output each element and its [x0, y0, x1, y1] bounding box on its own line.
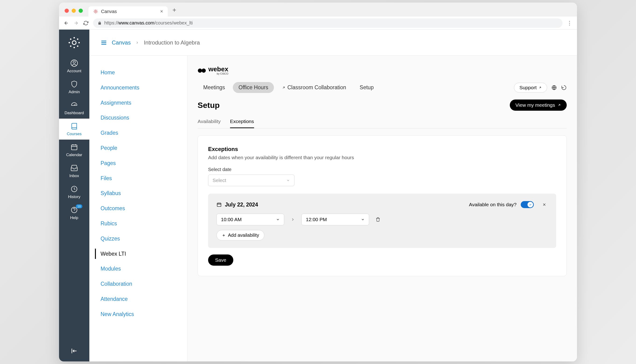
toggle-knob	[528, 202, 533, 208]
app-body: Account Admin Dashboard Courses Calendar…	[59, 30, 577, 362]
svg-point-6	[97, 12, 97, 13]
svg-point-1	[95, 9, 96, 10]
select-date-label: Select date	[208, 167, 556, 172]
cnav-pages[interactable]: Pages	[89, 156, 187, 171]
inbox-icon	[70, 164, 78, 172]
close-window-button[interactable]	[65, 8, 69, 13]
maximize-window-button[interactable]	[79, 8, 83, 13]
tab-meetings[interactable]: Meetings	[198, 82, 231, 93]
cnav-home[interactable]: Home	[89, 65, 187, 80]
gnav-admin[interactable]: Admin	[59, 77, 89, 98]
close-exception-icon[interactable]	[541, 202, 548, 207]
tab-setup[interactable]: Setup	[354, 82, 379, 93]
exception-date: July 22, 2024	[217, 202, 462, 208]
support-button[interactable]: Support	[514, 83, 547, 92]
breadcrumb: Canvas Introduction to Algebra	[89, 30, 577, 56]
webex-logo: webex by CISCO	[198, 66, 567, 75]
tab-strip: Canvas × +	[59, 2, 577, 16]
browser-chrome: Canvas × + https://www.canvas.com/course…	[59, 2, 577, 30]
svg-rect-26	[217, 203, 221, 207]
tab-close-icon[interactable]: ×	[160, 8, 163, 14]
cnav-discussions[interactable]: Discussions	[89, 110, 187, 125]
cnav-collaboration[interactable]: Collaboration	[89, 276, 187, 292]
cnav-modules[interactable]: Modules	[89, 261, 187, 276]
tab-title: Canvas	[101, 9, 157, 14]
svg-point-12	[69, 42, 70, 43]
cnav-assignments[interactable]: Assignments	[89, 95, 187, 110]
start-time-select[interactable]: 10:00 AM	[217, 214, 284, 225]
external-link-icon	[538, 86, 542, 89]
globe-icon[interactable]	[551, 85, 557, 90]
collapse-nav-button[interactable]	[71, 340, 78, 362]
arrow-right-icon	[291, 218, 295, 222]
forward-button[interactable]	[74, 20, 79, 26]
add-availability-button[interactable]: Add availability	[217, 230, 264, 240]
browser-tab[interactable]: Canvas ×	[88, 6, 168, 16]
cnav-outcomes[interactable]: Outcomes	[89, 201, 187, 216]
refresh-icon[interactable]	[561, 85, 567, 90]
gnav-inbox[interactable]: Inbox	[59, 160, 89, 182]
browser-window: Canvas × + https://www.canvas.com/course…	[59, 2, 577, 362]
cnav-people[interactable]: People	[89, 140, 187, 156]
svg-point-7	[94, 12, 95, 13]
available-toggle[interactable]	[521, 201, 534, 208]
cnav-new-analytics[interactable]: New Analytics	[89, 307, 187, 322]
plus-icon	[222, 234, 226, 237]
end-time-select[interactable]: 12:00 PM	[301, 214, 369, 225]
dashboard-icon	[70, 101, 78, 109]
cnav-attendance[interactable]: Attendance	[89, 292, 187, 307]
inner-body: Home Announcements Assignments Discussio…	[89, 56, 577, 362]
main-panel: webex by CISCO Meetings Office Hours Cla…	[187, 56, 577, 362]
subtab-availability[interactable]: Availability	[198, 116, 221, 128]
cnav-syllabus[interactable]: Syllabus	[89, 186, 187, 201]
page-title: Setup	[198, 101, 220, 110]
browser-menu-button[interactable]: ⋮	[567, 20, 572, 26]
section-header: Setup View my meetings	[198, 100, 567, 111]
canvas-favicon-icon	[93, 9, 98, 14]
reload-button[interactable]	[83, 20, 89, 26]
svg-rect-20	[71, 145, 77, 150]
hamburger-icon[interactable]	[101, 40, 107, 46]
course-nav: Home Announcements Assignments Discussio…	[89, 56, 187, 362]
gnav-account[interactable]: Account	[59, 56, 89, 77]
gnav-history[interactable]: History	[59, 182, 89, 202]
back-button[interactable]	[64, 20, 69, 26]
svg-point-0	[95, 11, 97, 12]
time-row: 10:00 AM 12:00 PM	[217, 214, 548, 225]
canvas-logo-icon[interactable]	[68, 36, 81, 49]
gnav-courses[interactable]: Courses	[59, 118, 89, 140]
cnav-webex-lti[interactable]: Webex LTI	[89, 246, 187, 262]
subtab-exceptions[interactable]: Exceptions	[230, 116, 254, 128]
chevron-down-icon	[361, 218, 365, 222]
view-meetings-button[interactable]: View my meetings	[510, 100, 567, 111]
gnav-dashboard[interactable]: Dashboard	[59, 98, 89, 118]
cnav-rubics[interactable]: Rubics	[89, 216, 187, 231]
svg-point-3	[94, 11, 94, 12]
select-date-dropdown[interactable]: Select	[208, 174, 294, 186]
svg-point-13	[78, 42, 80, 43]
chevron-down-icon	[276, 218, 280, 222]
cnav-announcements[interactable]: Announcements	[89, 80, 187, 95]
url-bar[interactable]: https://www.canvas.com/courses/webex_lti	[93, 18, 562, 28]
help-badge: 10	[76, 204, 82, 208]
cnav-grades[interactable]: Grades	[89, 125, 187, 140]
minimize-window-button[interactable]	[72, 8, 76, 13]
gnav-help[interactable]: 10 Help	[59, 202, 89, 224]
top-right-controls: Support	[514, 83, 567, 92]
external-link-icon	[557, 103, 561, 107]
new-tab-button[interactable]: +	[170, 6, 179, 16]
gnav-calendar[interactable]: Calendar	[59, 140, 89, 160]
trash-icon[interactable]	[376, 217, 380, 222]
external-link-icon	[282, 86, 286, 90]
card-description: Add dates when your availability is diff…	[208, 155, 556, 160]
breadcrumb-current: Introduction to Algebra	[144, 40, 200, 46]
save-button[interactable]: Save	[208, 254, 233, 266]
svg-point-5	[94, 10, 95, 10]
cnav-files[interactable]: Files	[89, 171, 187, 186]
tab-office-hours[interactable]: Office Hours	[233, 82, 274, 93]
tab-classroom-collaboration[interactable]: Classroom Collaboration	[276, 82, 352, 93]
breadcrumb-root[interactable]: Canvas	[112, 40, 131, 46]
cnav-quizzes[interactable]: Quizzes	[89, 231, 187, 246]
content-area: Canvas Introduction to Algebra Home Anno…	[89, 30, 577, 362]
sub-tabs: Availability Exceptions	[198, 116, 567, 128]
